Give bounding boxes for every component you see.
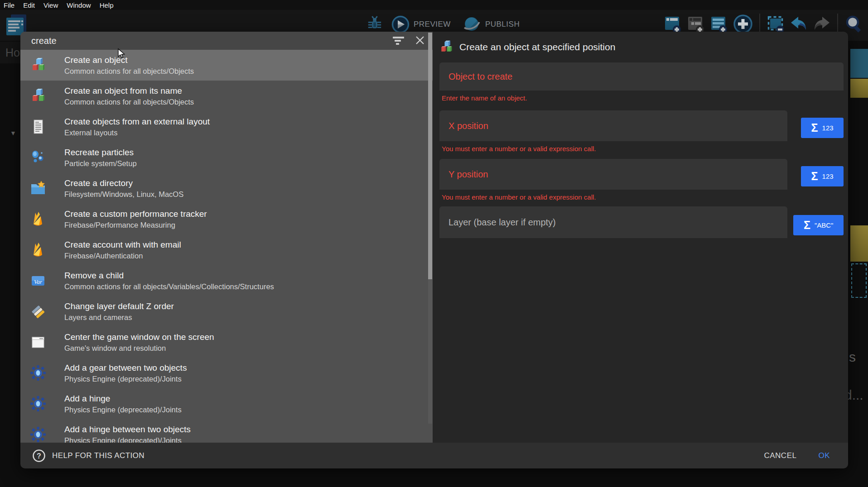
help-for-action-button[interactable]: ? HELP FOR THIS ACTION: [32, 449, 145, 463]
action-title: Change layer default Z order: [64, 301, 174, 312]
action-title: Create a custom performance tracker: [64, 208, 207, 220]
action-list: Create an objectCommon actions for all o…: [20, 50, 433, 443]
external-layout-icon: [30, 119, 46, 135]
undo-icon[interactable]: [790, 14, 808, 34]
publish-globe-icon[interactable]: [463, 15, 481, 33]
action-subtitle: Layers and cameras: [64, 312, 174, 323]
menu-item-edit[interactable]: Edit: [23, 1, 35, 9]
search-header: [20, 32, 433, 50]
action-subtitle: Particle system/Setup: [64, 158, 137, 169]
action-list-item[interactable]: Recreate particlesParticle system/Setup: [20, 142, 433, 173]
add-circle-icon[interactable]: [733, 14, 753, 34]
action-title: Recreate particles: [64, 147, 137, 158]
object-field-helper: Enter the name of an object.: [442, 94, 848, 102]
action-title: Add a hinge: [64, 393, 182, 405]
list-scrollbar-thumb[interactable]: [428, 33, 432, 279]
menu-item-window[interactable]: Window: [67, 1, 91, 9]
sigma-icon: Σ: [811, 171, 818, 182]
menu-item-view[interactable]: View: [43, 1, 58, 9]
add-comment-icon[interactable]: [710, 14, 728, 34]
action-list-item[interactable]: Create an object from its nameCommon act…: [20, 81, 433, 111]
x-field-error: You must enter a number or a valid expre…: [442, 145, 848, 153]
object-to-create-field[interactable]: [439, 62, 844, 91]
cubes-icon: [30, 88, 46, 104]
physics-joint-icon: [30, 426, 46, 443]
action-parameters-pane: Create an object at specified position E…: [433, 32, 848, 443]
y-position-field[interactable]: [439, 159, 787, 190]
action-list-item[interactable]: Create an objectCommon actions for all o…: [20, 50, 433, 81]
particles-icon: [30, 149, 46, 166]
action-list-item[interactable]: Center the game window on the screenGame…: [20, 327, 433, 358]
physics-joint-icon: [30, 396, 46, 412]
action-list-item[interactable]: Create a custom performance trackerFireb…: [20, 204, 433, 234]
action-title: Add a gear between two objects: [64, 362, 187, 374]
layer-zorder-icon: [30, 303, 46, 320]
filter-icon[interactable]: [392, 35, 405, 47]
action-subtitle: Physics Engine (deprecated)/Joints: [64, 435, 191, 443]
cancel-button[interactable]: CANCEL: [764, 451, 796, 460]
x-expression-button[interactable]: Σ 123: [801, 118, 844, 138]
cubes-icon: [30, 57, 46, 73]
action-title: Create an object from its name: [64, 85, 194, 97]
cubes-icon: [439, 40, 453, 54]
chevron-down-icon[interactable]: ▼: [10, 129, 16, 137]
menu-bar: File Edit View Window Help: [0, 0, 868, 10]
scene-object-olive: [850, 79, 868, 98]
firebase-icon: [30, 211, 46, 227]
variable-icon: Var: [30, 272, 46, 289]
action-title: Remove a child: [64, 270, 274, 282]
menu-item-file[interactable]: File: [4, 1, 14, 9]
menu-item-help[interactable]: Help: [100, 1, 114, 9]
preview-button[interactable]: PREVIEW: [414, 20, 451, 29]
action-list-item[interactable]: VarRemove a childCommon actions for all …: [20, 265, 433, 296]
panel-title: Create an object at specified position: [459, 42, 615, 53]
background-text-fragment: s: [849, 349, 856, 365]
svg-text:?: ?: [37, 452, 41, 459]
action-title: Create objects from an external layout: [64, 116, 210, 128]
sigma-icon: Σ: [811, 122, 818, 134]
action-subtitle: Firebase/Performance Measuring: [64, 220, 207, 230]
add-subevent-icon[interactable]: [687, 14, 705, 34]
action-list-item[interactable]: Create account with with emailFirebase/A…: [20, 234, 433, 265]
add-event-icon[interactable]: [664, 14, 682, 34]
action-list-item[interactable]: Add a gear between two objectsPhysics En…: [20, 358, 433, 388]
action-subtitle: Common actions for all objects/Objects: [64, 66, 194, 76]
action-title: Create a directory: [64, 177, 183, 189]
publish-button[interactable]: PUBLISH: [485, 20, 520, 29]
sigma-icon: Σ: [804, 220, 810, 231]
action-list-item[interactable]: Add a hingePhysics Engine (deprecated)/J…: [20, 388, 433, 419]
scene-selection-outline: [851, 263, 867, 298]
search-input[interactable]: [31, 36, 383, 46]
y-field-error: You must enter a number or a valid expre…: [442, 193, 848, 201]
game-window-icon: [30, 334, 46, 350]
action-title: Add a hinge between two objects: [64, 424, 191, 435]
redo-icon[interactable]: [813, 14, 831, 34]
action-list-item[interactable]: Create a directoryFilesystem/Windows, Li…: [20, 173, 433, 204]
action-list-item[interactable]: Add a hinge between two objectsPhysics E…: [20, 419, 433, 443]
x-position-field[interactable]: [439, 110, 787, 141]
action-subtitle: Common actions for all objects/Objects: [64, 97, 194, 107]
folder-icon: [30, 180, 46, 196]
action-list-item[interactable]: Create objects from an external layoutEx…: [20, 111, 433, 142]
layer-field[interactable]: [439, 206, 787, 238]
action-list-item[interactable]: Change layer default Z orderLayers and c…: [20, 296, 433, 327]
preview-play-icon[interactable]: [391, 15, 410, 33]
remove-selection-icon[interactable]: [767, 14, 785, 34]
physics-joint-icon: [30, 365, 46, 381]
scene-object-olive: [850, 225, 868, 262]
action-subtitle: External layouts: [64, 128, 210, 138]
close-icon[interactable]: [415, 35, 425, 47]
y-expression-button[interactable]: Σ 123: [801, 166, 844, 186]
search-icon[interactable]: [844, 14, 863, 34]
list-scrollbar[interactable]: [428, 33, 432, 424]
help-icon: ?: [32, 449, 46, 463]
action-title: Center the game window on the screen: [64, 331, 214, 343]
svg-text:Var: Var: [34, 278, 43, 285]
action-title: Create an object: [64, 54, 194, 66]
action-title: Create account with with email: [64, 239, 181, 251]
debug-icon[interactable]: [367, 15, 382, 33]
layer-expression-button[interactable]: Σ "ABC": [793, 215, 844, 235]
ok-button[interactable]: OK: [818, 451, 830, 460]
dialog-footer: ? HELP FOR THIS ACTION CANCEL OK: [20, 443, 848, 468]
action-subtitle: Physics Engine (deprecated)/Joints: [64, 374, 187, 384]
